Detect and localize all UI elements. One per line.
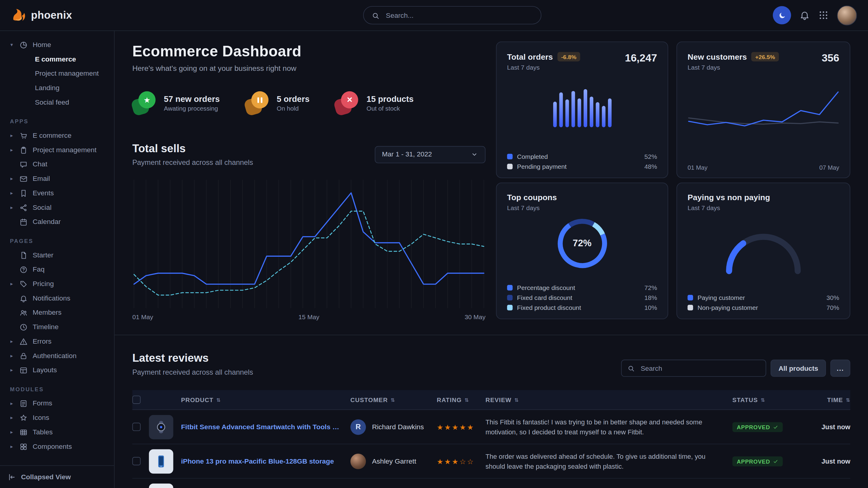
sidebar-item-label: Social (33, 203, 51, 211)
sidebar-item-icons[interactable]: ▸Icons (5, 411, 108, 425)
legend-item: Completed52% (507, 153, 657, 160)
sidebar-subitem-landing[interactable]: Landing (5, 81, 108, 95)
sort-icon[interactable]: ⇅ (514, 397, 519, 402)
reviews-search-input[interactable] (640, 364, 760, 372)
share-icon (19, 203, 28, 212)
caret-down-icon: ▾ (9, 42, 14, 47)
sidebar-item-errors[interactable]: ▸Errors (5, 334, 108, 349)
sidebar-item-chat[interactable]: Chat (5, 157, 108, 171)
column-header: CUSTOMER (350, 396, 388, 403)
theme-toggle-button[interactable] (773, 6, 791, 24)
search-icon (372, 11, 380, 20)
product-link[interactable]: iPhone 13 pro max-Pacific Blue-128GB sto… (181, 457, 350, 465)
sidebar-item-starter[interactable]: Starter (5, 248, 108, 262)
sidebar-item-forms[interactable]: ▸Forms (5, 396, 108, 411)
product-thumbnail (149, 483, 174, 488)
user-avatar[interactable] (837, 5, 857, 25)
star-icon (19, 414, 28, 422)
sidebar-item-members[interactable]: Members (5, 305, 108, 320)
collapse-icon (8, 473, 16, 481)
page-subtitle: Here's what's going on at your business … (132, 64, 486, 73)
sidebar-item-authentication[interactable]: ▸Authentication (5, 349, 108, 363)
caret-right-icon: ▸ (9, 281, 14, 286)
reviews-controls: All products ... (621, 360, 850, 377)
check-icon (773, 424, 778, 430)
total-orders-card: Total orders -6.8% Last 7 days 16,247 Co… (496, 42, 668, 178)
sidebar-item-events[interactable]: ▸Events (5, 186, 108, 200)
x-tick: 01 May (688, 164, 708, 171)
trend-badge: -6.8% (557, 52, 580, 62)
top-coupons-card: Top coupons Last 7 days 72% Percentage d… (496, 183, 668, 319)
sidebar-item-home[interactable]: ▾Home (5, 38, 108, 52)
question-icon (19, 265, 28, 274)
bell-icon (799, 10, 810, 21)
sidebar-item-timeline[interactable]: Timeline (5, 320, 108, 334)
stat-caption: Out of stock (367, 105, 413, 112)
brand-logo[interactable]: phoenix (11, 8, 72, 23)
global-search-input[interactable] (385, 11, 533, 20)
cart-icon (19, 131, 28, 140)
top-navbar: phoenix (0, 0, 868, 31)
sidebar-subitem-project-management[interactable]: Project management (5, 66, 108, 81)
donut-center-value: 72% (553, 215, 611, 272)
sort-icon[interactable]: ⇅ (391, 397, 395, 402)
column-header: STATUS (732, 396, 757, 403)
row-checkbox[interactable] (132, 457, 141, 465)
reviews-search[interactable] (621, 360, 766, 377)
sidebar-item-calendar[interactable]: Calendar (5, 215, 108, 229)
all-products-button[interactable]: All products (771, 360, 826, 377)
card-period: Last 7 days (507, 205, 557, 211)
sort-icon[interactable]: ⇅ (761, 397, 765, 402)
caret-right-icon: ▸ (9, 147, 14, 153)
total-orders-legend: Completed52%Pending payment48% (507, 153, 657, 170)
apps-grid-button[interactable] (818, 10, 829, 21)
sidebar-section-label: APPS (10, 119, 108, 125)
sidebar-item-email[interactable]: ▸Email (5, 171, 108, 186)
quick-stat: ×15 productsOut of stock (335, 91, 414, 115)
row-checkbox[interactable] (132, 423, 141, 431)
total-sells-header: Total sells Payment received across all … (132, 142, 486, 167)
sidebar-item-social[interactable]: ▸Social (5, 200, 108, 215)
review-row: iPhone 13 pro max-Pacific Blue-128GB sto… (132, 444, 850, 479)
sort-icon[interactable]: ⇅ (846, 397, 850, 402)
review-text: The order was delivered ahead of schedul… (486, 451, 733, 471)
sidebar-nav: ▾HomeE commerceProject managementLanding… (0, 31, 114, 454)
collapsed-view-toggle[interactable]: Collapsed View (0, 465, 114, 488)
sidebar-item-e-commerce[interactable]: ▸E commerce (5, 128, 108, 143)
star-icon: ★ (138, 91, 156, 108)
sidebar-item-notifications[interactable]: Notifications (5, 291, 108, 305)
legend-item: Pending payment48% (507, 163, 657, 170)
more-options-button[interactable]: ... (830, 360, 850, 377)
sort-icon[interactable]: ⇅ (216, 397, 221, 402)
bell-icon (19, 294, 28, 303)
table-icon (19, 428, 28, 436)
sidebar-section-label: MODULES (10, 386, 108, 392)
sort-icon[interactable]: ⇅ (464, 397, 469, 402)
sidebar-item-components[interactable]: ▸Components (5, 439, 108, 454)
select-all-checkbox[interactable] (132, 395, 141, 404)
sidebar-item-faq[interactable]: Faq (5, 262, 108, 277)
date-range-select[interactable]: Mar 1 - 31, 2022 (375, 146, 486, 163)
notifications-button[interactable] (799, 10, 810, 21)
form-icon (19, 399, 28, 408)
sidebar-item-label: Chat (33, 160, 47, 168)
pause-icon (251, 91, 269, 108)
product-link[interactable]: Fitbit Sense Advanced Smartwatch with To… (181, 423, 350, 431)
total-sells-line-chart (132, 177, 486, 311)
sidebar-subitem-e-commerce[interactable]: E commerce (5, 52, 108, 67)
stat-caption: On hold (277, 105, 310, 112)
reviews-table-body: Fitbit Sense Advanced Smartwatch with To… (132, 410, 850, 488)
tag-icon (19, 280, 28, 288)
paying-gauge-chart (688, 218, 839, 275)
sidebar-item-layouts[interactable]: ▸Layouts (5, 363, 108, 378)
sidebar-item-pricing[interactable]: ▸Pricing (5, 277, 108, 291)
sidebar-subitem-social-feed[interactable]: Social feed (5, 95, 108, 110)
sidebar-item-tables[interactable]: ▸Tables (5, 425, 108, 440)
product-thumbnail (149, 449, 174, 474)
sidebar-item-project-management[interactable]: ▸Project management (5, 143, 108, 157)
sidebar-item-label: Home (33, 41, 51, 49)
sidebar-item-label: Components (33, 443, 72, 450)
sidebar-item-label: Authentication (33, 352, 76, 360)
customer-name: Ashley Garrett (372, 457, 416, 465)
global-search[interactable] (363, 6, 541, 24)
